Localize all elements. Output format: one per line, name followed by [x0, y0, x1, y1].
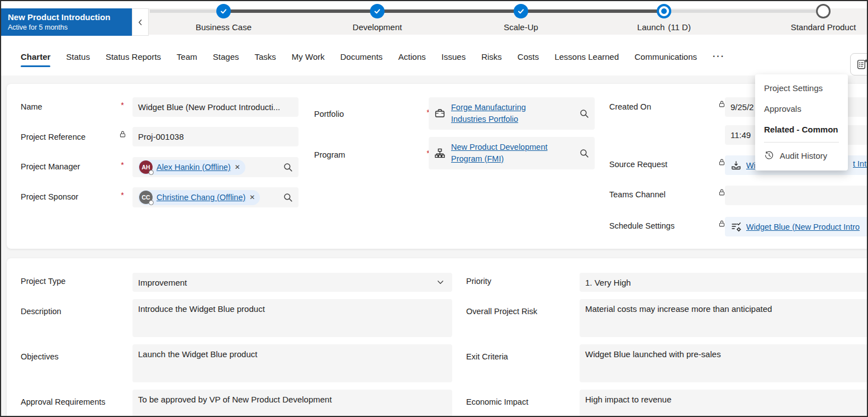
remove-icon[interactable]: ✕: [235, 163, 240, 171]
related-context-menu: Project Settings Approvals Related - Com…: [755, 74, 848, 170]
stage-business-case[interactable]: Business Case: [162, 1, 285, 32]
project-manager-field[interactable]: AH Alex Hankin (Offline) ✕: [132, 157, 298, 177]
program-link[interactable]: New Product Development Program (FMI): [451, 141, 558, 165]
priority-field[interactable]: 1. Very High: [580, 273, 868, 292]
exit-criteria-value: Widget Blue launched with pre-sales: [585, 349, 721, 359]
priority-value: 1. Very High: [585, 278, 631, 287]
stage-complete-check-icon: [216, 4, 231, 18]
project-sponsor-link[interactable]: Christine Chang (Offline): [156, 193, 245, 202]
avatar-initials: CC: [141, 194, 150, 201]
person-pill: CC Christine Chang (Offline) ✕: [138, 190, 260, 205]
stage-label: Development: [316, 22, 439, 32]
stage-complete-check-icon: [514, 4, 528, 18]
program-field[interactable]: New Product Development Program (FMI): [429, 137, 595, 169]
avatar: AH: [139, 160, 153, 174]
person-pill: AH Alex Hankin (Offline) ✕: [138, 160, 245, 175]
presence-offline-icon: [149, 200, 154, 205]
remove-icon[interactable]: ✕: [249, 193, 255, 201]
field-label: Exit Criteria: [466, 352, 508, 361]
exit-criteria-field[interactable]: Widget Blue launched with pre-sales: [580, 344, 868, 382]
overall-project-risk-field[interactable]: Material costs may increase more than an…: [580, 299, 868, 337]
presence-offline-icon: [149, 170, 154, 175]
portfolio-link[interactable]: Forge Manufacturing Industries Portfolio: [451, 102, 545, 125]
field-label: Created On: [609, 102, 651, 111]
approval-requirements-field[interactable]: To be approved by VP of New Product Deve…: [132, 390, 452, 417]
tab-costs[interactable]: Costs: [518, 52, 539, 61]
form-content-area: Name * Widget Blue (New Product Introduc…: [1, 75, 867, 416]
teams-channel-field[interactable]: [725, 186, 868, 205]
avatar: CC: [139, 191, 153, 204]
tab-stages[interactable]: Stages: [213, 52, 239, 61]
stage-scale-up[interactable]: Scale-Up: [459, 1, 582, 32]
required-marker: *: [116, 191, 129, 200]
clipboard-sparkle-icon: [856, 58, 868, 70]
chevron-left-icon: [136, 18, 144, 26]
description-value: Introduce the Widget Blue product: [138, 304, 265, 314]
tab-status[interactable]: Status: [66, 52, 90, 61]
search-icon[interactable]: [283, 163, 293, 172]
portfolio-field[interactable]: Forge Manufacturing Industries Portfolio: [429, 97, 595, 130]
form-assist-button[interactable]: [850, 53, 868, 75]
field-label: Portfolio: [314, 110, 344, 119]
schedule-settings-icon: [731, 221, 742, 233]
economic-impact-value: High impact to revenue: [585, 395, 671, 404]
objectives-value: Launch the Widget Blue product: [138, 349, 257, 359]
stage-duration: (11 D): [668, 22, 691, 32]
tab-overflow-button[interactable]: ···: [713, 51, 725, 61]
source-request-link-end[interactable]: t Intro: [853, 159, 868, 168]
collapse-badge-button[interactable]: [132, 8, 149, 36]
project-type-dropdown[interactable]: Improvement: [132, 273, 452, 292]
stage-standard-product[interactable]: Standard Product: [762, 1, 868, 32]
briefcase-icon: [434, 108, 445, 119]
tab-lessons-learned[interactable]: Lessons Learned: [554, 52, 619, 61]
menu-item-approvals[interactable]: Approvals: [755, 98, 848, 119]
stage-label: Business Case: [162, 22, 285, 32]
search-icon[interactable]: [283, 193, 293, 202]
menu-item-project-settings[interactable]: Project Settings: [755, 78, 848, 98]
record-badge: New Product Introduction Active for 5 mo…: [1, 8, 132, 36]
tab-actions[interactable]: Actions: [399, 52, 426, 61]
source-request-link[interactable]: Wi: [746, 161, 756, 170]
schedule-settings-link[interactable]: Widget Blue (New Product Intro: [746, 222, 860, 231]
menu-item-label: Audit History: [780, 151, 827, 160]
project-sponsor-field[interactable]: CC Christine Chang (Offline) ✕: [132, 187, 298, 207]
project-reference-value: Proj-001038: [138, 132, 184, 141]
field-label: Project Type: [21, 277, 65, 286]
economic-impact-field[interactable]: High impact to revenue: [580, 390, 868, 417]
overall-project-risk-value: Material costs may increase more than an…: [585, 304, 772, 314]
objectives-field[interactable]: Launch the Widget Blue product: [132, 344, 452, 382]
schedule-settings-field[interactable]: Widget Blue (New Product Intro: [725, 217, 868, 236]
tab-team[interactable]: Team: [177, 52, 197, 61]
field-label: Description: [21, 307, 61, 316]
menu-item-audit-history[interactable]: Audit History: [755, 145, 848, 166]
tab-documents[interactable]: Documents: [340, 52, 383, 61]
tab-tasks[interactable]: Tasks: [255, 52, 276, 61]
search-icon[interactable]: [580, 109, 589, 119]
project-manager-link[interactable]: Alex Hankin (Offline): [156, 163, 231, 172]
stage-label: Launch: [637, 22, 665, 32]
lock-icon: [116, 130, 129, 140]
tab-my-work[interactable]: My Work: [292, 52, 325, 61]
bpf-connector: [224, 10, 664, 13]
tab-issues[interactable]: Issues: [442, 52, 466, 61]
stage-active-icon: [657, 4, 671, 18]
tab-communications[interactable]: Communications: [634, 52, 697, 61]
created-on-time-value: 11:49: [731, 130, 751, 140]
field-label: Teams Channel: [609, 190, 666, 199]
menu-divider: [764, 142, 839, 143]
charter-header-card: Name * Widget Blue (New Product Introduc…: [7, 84, 868, 249]
tab-risks[interactable]: Risks: [481, 52, 502, 61]
tab-status-reports[interactable]: Status Reports: [106, 52, 161, 61]
tab-charter[interactable]: Charter: [21, 52, 50, 61]
stage-launch-active[interactable]: Launch(11 D): [603, 1, 725, 32]
stage-label: Scale-Up: [459, 22, 582, 32]
search-icon[interactable]: [580, 149, 589, 158]
description-field[interactable]: Introduce the Widget Blue product: [132, 299, 452, 337]
stage-development[interactable]: Development: [316, 1, 439, 32]
project-reference-field[interactable]: Proj-001038: [132, 127, 298, 146]
org-chart-icon: [434, 148, 445, 159]
name-field[interactable]: Widget Blue (New Product Introducti...: [132, 97, 298, 117]
required-marker: *: [116, 101, 129, 110]
field-label: Economic Impact: [466, 397, 528, 406]
field-label: Project Manager: [21, 162, 80, 171]
